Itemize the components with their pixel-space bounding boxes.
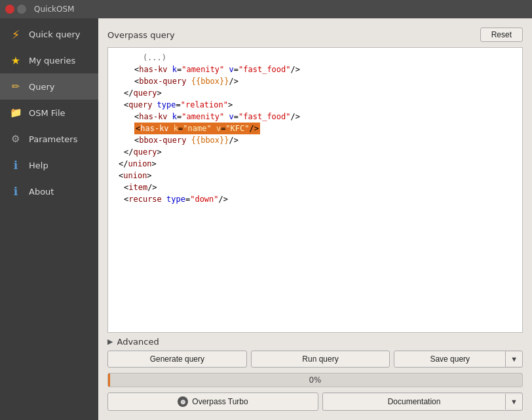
help-icon: ℹ xyxy=(9,159,22,172)
lightning-icon: ⚡ xyxy=(9,28,22,41)
documentation-dropdown-arrow[interactable]: ▼ xyxy=(506,394,522,409)
code-line: <bbox-query {{bbox}}/> xyxy=(113,75,517,87)
sidebar-label-osm-file: OSM File xyxy=(29,108,66,118)
sidebar: ⚡ Quick query ★ My queries ✏ Query 📁 OSM… xyxy=(0,18,98,420)
advanced-label: Advanced xyxy=(117,337,159,347)
close-button[interactable] xyxy=(5,5,14,14)
save-query-dropdown-arrow[interactable]: ▼ xyxy=(506,352,522,366)
sidebar-label-parameters: Parameters xyxy=(29,134,77,144)
code-line: <item/> xyxy=(113,181,517,193)
query-section: Overpass query Reset (...) <has-kv k="am… xyxy=(98,18,532,333)
code-line: </query> xyxy=(113,146,517,158)
progress-bar-container: 0% xyxy=(107,373,523,387)
sidebar-label-about: About xyxy=(29,187,54,197)
star-icon: ★ xyxy=(9,54,22,67)
code-line: <recurse type="down"/> xyxy=(113,193,517,205)
sidebar-item-parameters[interactable]: ⚙ Parameters xyxy=(0,126,98,152)
query-header: Overpass query Reset xyxy=(107,28,523,42)
app-title: QuickOSM xyxy=(34,5,74,14)
advanced-section[interactable]: ▶ Advanced xyxy=(98,333,532,351)
content-area: Overpass query Reset (...) <has-kv k="am… xyxy=(98,18,532,420)
code-line-highlighted: <has-kv k="name" v="KFC"/> xyxy=(113,123,517,134)
save-query-button[interactable]: Save query xyxy=(394,351,506,367)
sidebar-item-quick-query[interactable]: ⚡ Quick query xyxy=(0,21,98,47)
progress-bar-fill xyxy=(108,373,110,387)
progress-label: 0% xyxy=(309,375,321,385)
info-icon: ℹ xyxy=(9,185,22,198)
main-layout: ⚡ Quick query ★ My queries ✏ Query 📁 OSM… xyxy=(0,18,532,420)
sidebar-label-quick-query: Quick query xyxy=(29,29,80,39)
sidebar-label-my-queries: My queries xyxy=(29,56,75,66)
sidebar-label-help: Help xyxy=(29,161,48,170)
run-query-button[interactable]: Run query xyxy=(251,351,390,368)
sidebar-item-help[interactable]: ℹ Help xyxy=(0,152,98,178)
sidebar-item-query[interactable]: ✏ Query xyxy=(0,73,98,100)
code-editor[interactable]: (...) <has-kv k="amenity" v="fast_food"/… xyxy=(107,47,523,333)
pencil-icon: ✏ xyxy=(9,80,22,93)
code-line: <bbox-query {{bbox}}/> xyxy=(113,134,517,146)
code-line: <query type="relation"> xyxy=(113,99,517,111)
external-links-row: ⊕ Overpass Turbo Documentation ▼ xyxy=(107,392,523,411)
sidebar-item-about[interactable]: ℹ About xyxy=(0,178,98,204)
save-query-dropdown: Save query ▼ xyxy=(394,351,523,368)
generate-query-button[interactable]: Generate query xyxy=(107,351,247,368)
code-line: <has-kv k="amenity" v="fast_food"/> xyxy=(113,111,517,123)
query-section-label: Overpass query xyxy=(107,30,175,40)
overpass-turbo-label: Overpass Turbo xyxy=(192,397,248,406)
code-line: </query> xyxy=(113,87,517,99)
gear-icon: ⚙ xyxy=(9,132,22,145)
advanced-arrow-icon: ▶ xyxy=(107,337,113,346)
folder-icon: 📁 xyxy=(9,106,22,119)
code-line: <union> xyxy=(113,170,517,181)
code-line: <has-kv k="amenity" v="fast_food"/> xyxy=(113,64,517,75)
overpass-turbo-button[interactable]: ⊕ Overpass Turbo xyxy=(107,392,318,411)
minimize-button[interactable] xyxy=(17,5,26,14)
documentation-dropdown: Documentation ▼ xyxy=(322,392,523,411)
code-line: </union> xyxy=(113,158,517,170)
sidebar-label-query: Query xyxy=(29,82,55,92)
code-line: (...) xyxy=(113,52,517,64)
overpass-turbo-icon: ⊕ xyxy=(178,396,188,407)
titlebar: QuickOSM xyxy=(0,0,532,18)
titlebar-buttons xyxy=(5,5,26,14)
documentation-button[interactable]: Documentation xyxy=(323,394,506,410)
sidebar-item-my-queries[interactable]: ★ My queries xyxy=(0,47,98,73)
sidebar-item-osm-file[interactable]: 📁 OSM File xyxy=(0,100,98,126)
bottom-section: Generate query Run query Save query ▼ 0%… xyxy=(98,351,532,420)
action-buttons-row: Generate query Run query Save query ▼ xyxy=(107,351,523,368)
reset-button[interactable]: Reset xyxy=(480,28,523,42)
